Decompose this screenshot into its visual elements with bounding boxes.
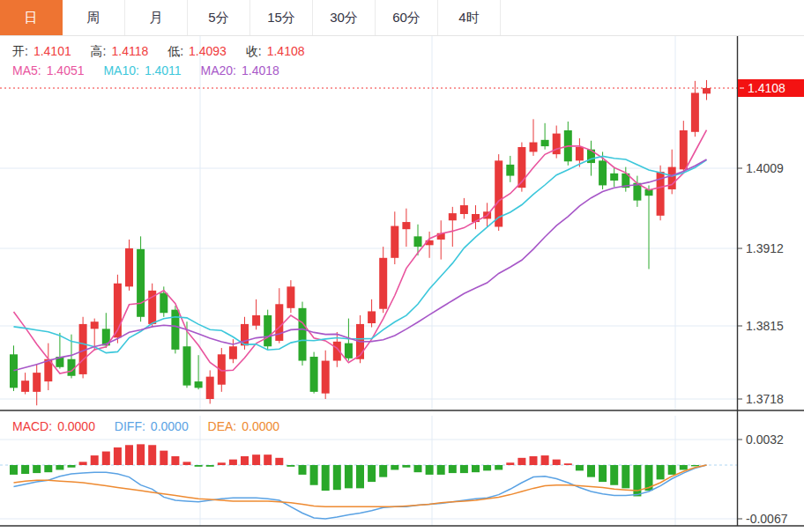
macd-bar [599, 465, 607, 482]
macd-bar [56, 465, 63, 469]
macd-bar [668, 465, 676, 475]
candle-body [91, 321, 99, 329]
macd-bar [44, 465, 52, 472]
macd-bar [160, 451, 168, 465]
ohlc-legend: 开:1.4101 高:1.4118 低:1.4093 收:1.4108 [12, 44, 310, 60]
macd-bar [472, 465, 480, 472]
macd-bar [114, 447, 122, 465]
macd-label: MACD: [12, 419, 52, 433]
macd-value: 0.0000 [57, 419, 95, 433]
macd-bar [517, 458, 525, 465]
candle-body [541, 140, 549, 146]
candle-body [506, 165, 514, 176]
candle-body [183, 346, 191, 385]
macd-bar [657, 465, 665, 479]
macd-bar [21, 465, 29, 474]
dea-value: 0.0000 [242, 419, 279, 433]
axis-tick-label: 1.3815 [746, 319, 784, 333]
macd-bar [195, 465, 203, 467]
macd-bar [541, 455, 549, 465]
macd-bar [125, 445, 133, 465]
tab-5min[interactable]: 5分 [188, 0, 250, 35]
candle-body [310, 357, 318, 392]
candle-body [195, 381, 203, 388]
candle-body [391, 226, 398, 258]
candle-body [576, 147, 584, 160]
candle-body [414, 236, 422, 247]
timeframe-tabbar: 日 周 月 5分 15分 30分 60分 4时 [0, 0, 804, 36]
candle-body [264, 315, 272, 346]
macd-bar [553, 460, 561, 465]
macd-bar [576, 465, 584, 470]
candle-body [530, 143, 538, 152]
macd-bar [506, 462, 514, 465]
candles-layer [10, 80, 711, 405]
axis-tick-label: 1.3912 [746, 241, 784, 255]
candle-body [229, 346, 237, 358]
macd-bar [91, 455, 99, 465]
ma5-value: 1.4051 [47, 63, 85, 78]
macd-bar [426, 465, 434, 475]
tab-month[interactable]: 月 [125, 0, 188, 35]
macd-bar [137, 444, 145, 465]
low-value: 1.4093 [189, 44, 227, 58]
kline-chart-app: 日 周 月 5分 15分 30分 60分 4时 1.40091.39121.38… [0, 0, 804, 532]
macd-bar [391, 465, 398, 469]
candle-body [460, 205, 468, 214]
candle-body [379, 258, 387, 309]
candle-body [252, 315, 260, 326]
tab-4hour[interactable]: 4时 [438, 0, 501, 35]
candle-body [171, 310, 179, 350]
macd-bar [622, 465, 629, 488]
tab-day[interactable]: 日 [0, 0, 63, 35]
macd-bar [345, 465, 353, 488]
high-value: 1.4118 [112, 44, 149, 58]
open-label: 开: [12, 44, 28, 58]
candle-body [599, 160, 607, 185]
candle-body [21, 381, 29, 392]
candle-body [275, 304, 283, 341]
tab-60min[interactable]: 60分 [376, 0, 438, 35]
macd-bar [530, 456, 538, 465]
macd-bar [241, 456, 249, 465]
macd-bar [368, 465, 376, 482]
macd-bar [171, 456, 179, 465]
candle-body [610, 174, 618, 181]
macd-bar [379, 465, 387, 477]
candle-body [680, 130, 688, 169]
tab-15min[interactable]: 15分 [250, 0, 313, 35]
macd-bar [310, 465, 318, 485]
candle-body [449, 213, 457, 220]
tab-30min[interactable]: 30分 [313, 0, 376, 35]
macd-bar [299, 465, 307, 475]
candle-body [668, 167, 676, 189]
macd-bar [449, 465, 457, 473]
diff-value: 0.0000 [151, 419, 189, 433]
close-value: 1.4108 [267, 44, 305, 58]
axis-tick-label: 1.4009 [746, 161, 784, 175]
low-label: 低: [168, 44, 183, 58]
candlestick-macd-chart[interactable]: 1.40091.39121.38151.37180.0032-0.00671.4… [0, 0, 804, 532]
close-label: 收: [246, 44, 262, 58]
macd-bar [691, 465, 699, 466]
candle-body [553, 134, 561, 155]
axis-tick-label: 1.3718 [746, 392, 784, 406]
tab-week[interactable]: 周 [63, 0, 125, 35]
candle-body [206, 377, 214, 399]
candle-body [368, 311, 376, 323]
ma10-value: 1.4011 [145, 63, 182, 78]
macd-bar [79, 462, 87, 465]
macd-bar [587, 465, 595, 477]
ma20-label: MA20: [201, 63, 236, 78]
macd-bar [633, 465, 641, 496]
candle-body [322, 361, 330, 394]
candle-body [287, 286, 294, 307]
macd-bar [148, 445, 156, 465]
macd-bar [10, 465, 18, 475]
ma5-label: MA5: [12, 63, 41, 78]
macd-bar [564, 463, 572, 465]
candle-body [10, 354, 18, 388]
candle-body [402, 222, 410, 229]
candle-body [299, 308, 307, 361]
macd-bar [287, 465, 294, 467]
